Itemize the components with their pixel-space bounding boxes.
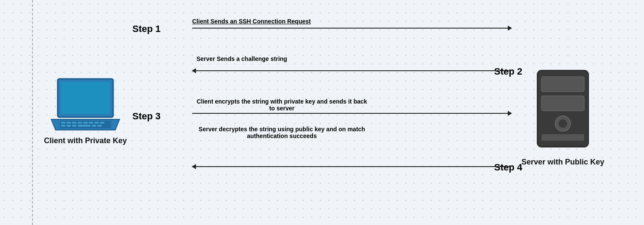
laptop-icon [49,77,122,132]
step1-arrow [192,28,512,29]
svg-rect-16 [92,125,96,127]
svg-rect-13 [67,125,71,127]
client-label: Client with Private Key [38,136,132,145]
step3-arrow [192,113,512,114]
step3-text-bottom: Server decryptes the string using public… [192,126,372,139]
step4-arrow [192,166,512,167]
svg-rect-7 [78,122,82,124]
svg-rect-6 [72,122,76,124]
svg-rect-19 [542,77,584,92]
svg-rect-23 [542,134,584,141]
server-icon [531,68,595,153]
svg-rect-17 [97,125,102,127]
svg-rect-9 [89,122,93,124]
step2-label: Step 2 [494,66,522,77]
svg-rect-8 [83,122,88,124]
left-dashed-line [32,0,33,225]
step2-text: Server Sends a challenge string [196,55,287,62]
diagram-container: Client with Private Key Server with Publ… [0,0,644,225]
step1-text: Client Sends an SSH Connection Request [192,18,311,25]
step4-label: Step 4 [494,162,522,173]
svg-rect-4 [61,122,65,124]
step2-arrow [192,70,512,71]
svg-rect-14 [72,125,76,127]
svg-rect-5 [67,122,71,124]
svg-rect-12 [61,125,65,127]
step3-label: Step 3 [132,111,161,122]
svg-rect-15 [78,125,91,127]
server-label: Server with Public Key [516,158,610,167]
svg-rect-20 [542,96,584,111]
step1-label: Step 1 [132,23,161,35]
svg-rect-10 [94,122,99,124]
server-area: Server with Public Key [516,68,610,167]
svg-rect-1 [61,82,110,114]
client-area: Client with Private Key [38,77,132,145]
svg-rect-3 [60,121,111,128]
step3-text-top: Client encrypts the string with private … [196,98,367,112]
svg-rect-11 [100,122,104,124]
svg-point-22 [559,119,567,128]
